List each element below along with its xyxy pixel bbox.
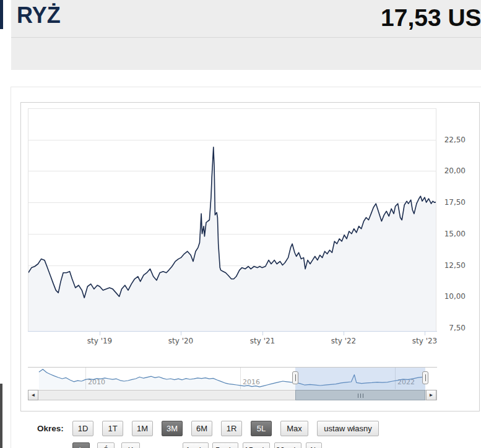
plot-side-border	[436, 108, 436, 331]
chart-type-button-15-min[interactable]: 15 min	[243, 442, 270, 448]
period-button-1r[interactable]: 1R	[221, 421, 242, 436]
y-axis-tick-label: 7,50	[435, 324, 466, 332]
period-button-1d[interactable]: 1D	[72, 421, 93, 436]
x-axis-line	[28, 331, 437, 332]
chart-type-button-1-min[interactable]: 1 min	[183, 442, 209, 448]
chart-type-button-l[interactable]: L	[72, 442, 90, 448]
y-axis-tick-label: 10,00	[435, 292, 466, 301]
chart-type-button-5-min[interactable]: 5 min	[212, 442, 238, 448]
x-axis-tick-label: sty '19	[80, 337, 119, 345]
quote-header: RYŻ 17,53 USD	[11, 0, 481, 70]
scrollbar-grip-line	[360, 394, 361, 398]
price-chart	[28, 108, 436, 331]
price-area	[28, 147, 436, 331]
handle-grip-line	[295, 374, 296, 381]
y-axis-tick-label: 22,50	[435, 136, 466, 144]
scrollbar-right-arrow-button[interactable]: ►	[426, 390, 436, 400]
handle-grip-line	[425, 374, 426, 381]
left-edge-mark-bottom	[0, 384, 2, 448]
chart-type-button-30-min[interactable]: 30 min	[274, 442, 301, 448]
x-axis-tick-label: sty '23	[405, 337, 444, 345]
x-axis-tick	[425, 332, 425, 335]
y-axis-tick-label: 17,50	[435, 198, 466, 207]
plot-side-border	[28, 108, 28, 331]
period-button-max[interactable]: Max	[280, 421, 308, 436]
x-axis-tick-label: sty '21	[243, 337, 282, 345]
instrument-price: 17,53 USD	[381, 4, 481, 32]
period-label: Okres:	[37, 421, 64, 436]
left-arrow-icon: ◄	[31, 392, 36, 398]
navigator-right-handle[interactable]	[422, 371, 428, 384]
scrollbar-left-arrow-button[interactable]: ◄	[28, 390, 38, 400]
screen: RYŻ 17,53 USD 22,5020,0017,5015,0012,501…	[0, 0, 481, 448]
header-divider	[11, 37, 481, 38]
y-axis-tick-label: 15,00	[435, 230, 466, 238]
y-axis-tick-label: 12,50	[435, 261, 466, 270]
period-button-3m[interactable]: 3M	[162, 421, 183, 436]
x-axis-tick-label: sty '20	[161, 337, 201, 345]
scrollbar-thumb[interactable]	[295, 390, 425, 400]
period-button-1m[interactable]: 1M	[132, 421, 153, 436]
period-button-1t[interactable]: 1T	[102, 421, 123, 436]
period-button-ustaw-własny[interactable]: ustaw własny	[317, 421, 379, 436]
scrollbar-grip-line	[358, 394, 358, 398]
x-axis-tick	[262, 332, 263, 335]
scrollbar-grip-line	[363, 394, 363, 398]
period-button-6m[interactable]: 6M	[191, 421, 212, 436]
chart-type-button-ś[interactable]: Ś	[97, 442, 115, 448]
x-axis-tick	[100, 332, 100, 335]
x-axis-tick	[344, 332, 344, 335]
period-button-5l[interactable]: 5L	[251, 421, 272, 436]
navigator-selected-range[interactable]	[295, 368, 425, 390]
plot-area[interactable]	[28, 108, 436, 331]
chart-type-button-k[interactable]: K	[121, 442, 140, 448]
chart-type-button-1h[interactable]: 1h	[306, 442, 322, 448]
x-axis-tick-label: sty '22	[324, 337, 363, 345]
right-arrow-icon: ►	[429, 392, 434, 398]
left-edge-mark-top	[0, 0, 3, 29]
y-axis-tick-label: 20,00	[435, 166, 466, 175]
navigator-left-handle[interactable]	[292, 371, 298, 384]
instrument-title: RYŻ	[17, 2, 61, 28]
x-axis-tick	[181, 332, 181, 335]
